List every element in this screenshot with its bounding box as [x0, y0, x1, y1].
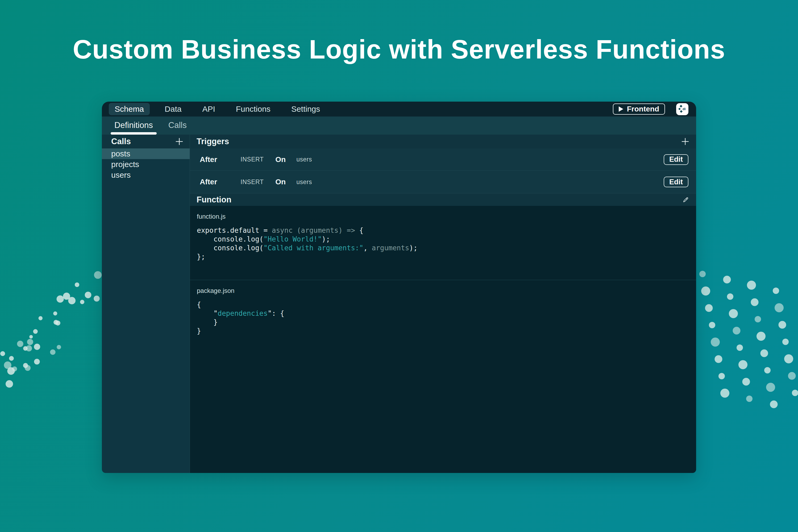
- triggers-header: Triggers: [190, 135, 696, 148]
- trigger-timing: After: [200, 178, 217, 186]
- frontend-button-label: Frontend: [627, 105, 659, 113]
- calls-sidebar: Calls posts projects users: [102, 135, 190, 473]
- trigger-target: users: [296, 178, 312, 186]
- code-block-package-json: { "dependencies": { } }: [197, 300, 689, 336]
- code-line: }: [197, 318, 217, 326]
- plus-icon: [681, 137, 689, 146]
- edit-trigger-button[interactable]: Edit: [664, 154, 688, 165]
- app-logo-button[interactable]: di: [676, 103, 688, 115]
- sidebar-header: Calls: [102, 135, 190, 148]
- logo-text: di: [683, 107, 686, 111]
- function-header: Function: [190, 193, 696, 206]
- code-block-function-js: exports.default = async (arguments) => {…: [197, 226, 689, 261]
- logo-diamonds-icon: di: [678, 104, 687, 114]
- trigger-on: On: [275, 178, 286, 186]
- package-json-editor: package.json { "dependencies": { } }: [190, 280, 696, 473]
- code-line: };: [197, 253, 205, 261]
- add-trigger-button[interactable]: [681, 137, 689, 146]
- trigger-target: users: [296, 156, 312, 163]
- triggers-title: Triggers: [196, 137, 229, 146]
- tab-definitions[interactable]: Definitions: [114, 121, 153, 135]
- trigger-on: On: [275, 155, 286, 164]
- sidebar-title: Calls: [111, 137, 131, 146]
- top-nav: Schema Data API Functions Settings Front…: [102, 101, 696, 116]
- trigger-timing: After: [200, 155, 217, 164]
- function-title: Function: [196, 195, 231, 205]
- sidebar-item-posts[interactable]: posts: [102, 148, 190, 159]
- trigger-event: INSERT: [241, 178, 264, 186]
- tab-settings[interactable]: Settings: [285, 103, 326, 115]
- calls-list: posts projects users: [102, 148, 190, 180]
- play-icon: [619, 107, 623, 112]
- tab-schema[interactable]: Schema: [109, 103, 150, 115]
- code-line: "dependencies": {: [197, 309, 284, 317]
- content-area: Calls posts projects users Triggers: [102, 135, 696, 473]
- code-line: {: [197, 301, 201, 308]
- file-name-label: function.js: [197, 213, 689, 220]
- trigger-row: After INSERT On users Edit: [190, 171, 696, 193]
- sidebar-item-users[interactable]: users: [102, 170, 190, 180]
- add-call-button[interactable]: [175, 137, 183, 146]
- decor-dots-right: [696, 266, 798, 415]
- code-line: }: [197, 327, 201, 335]
- tab-functions[interactable]: Functions: [230, 103, 277, 115]
- tab-calls[interactable]: Calls: [168, 121, 187, 135]
- code-line: console.log("Hello World!");: [197, 235, 330, 243]
- page-background: Custom Business Logic with Serverless Fu…: [0, 0, 798, 532]
- nav-tabs: Schema Data API Functions Settings: [109, 103, 326, 115]
- tab-data[interactable]: Data: [159, 103, 187, 115]
- file-name-label: package.json: [197, 287, 689, 294]
- tab-api[interactable]: API: [196, 103, 221, 115]
- app-window: Schema Data API Functions Settings Front…: [102, 101, 696, 473]
- sidebar-item-projects[interactable]: projects: [102, 159, 190, 170]
- page-title: Custom Business Logic with Serverless Fu…: [0, 34, 798, 65]
- main-panel: Triggers After INSERT On users Edit Aft: [190, 135, 696, 473]
- edit-function-button[interactable]: [682, 196, 689, 203]
- sub-nav: Definitions Calls: [102, 116, 696, 135]
- plus-icon: [175, 137, 183, 146]
- trigger-row: After INSERT On users Edit: [190, 148, 696, 171]
- function-js-editor: function.js exports.default = async (arg…: [190, 206, 696, 280]
- trigger-event: INSERT: [241, 156, 264, 163]
- edit-trigger-button[interactable]: Edit: [664, 177, 688, 187]
- code-line: console.log("Called with arguments:", ar…: [197, 244, 418, 252]
- nav-right-controls: Frontend di: [613, 103, 688, 115]
- frontend-button[interactable]: Frontend: [613, 103, 665, 115]
- pencil-icon: [682, 196, 689, 203]
- decor-dots-left: [0, 265, 104, 403]
- code-line: exports.default = async (arguments) => {: [197, 226, 363, 234]
